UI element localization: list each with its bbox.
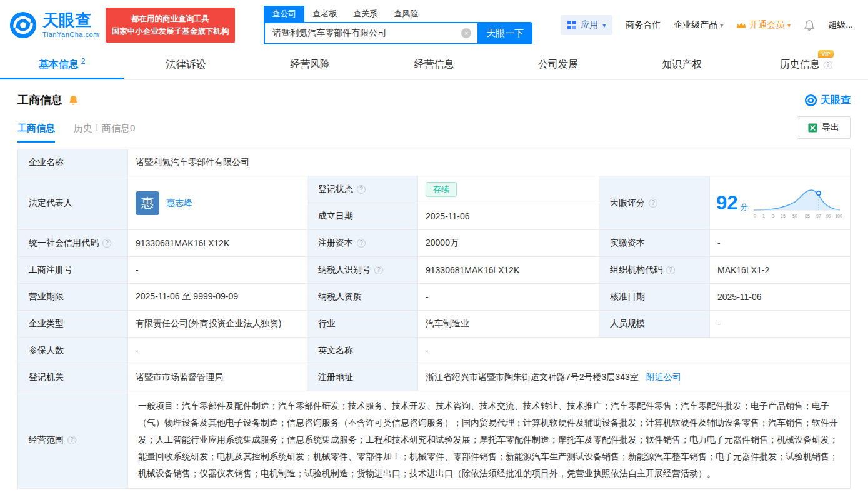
help-icon[interactable]: ? [666, 266, 675, 274]
help-icon[interactable]: ? [357, 239, 366, 248]
field-label-business-scope: 经营范围 ? [18, 391, 128, 489]
field-value-score: 92 分 0 1 3 15 50 85 97 99 100 [710, 176, 851, 230]
field-value-english-name: - [418, 338, 851, 364]
subtab-business-info[interactable]: 工商信息 [17, 123, 55, 143]
help-icon[interactable]: ? [102, 239, 111, 248]
field-label-insured-count: 参保人数 [18, 338, 128, 364]
section-title: 工商信息 [17, 93, 62, 108]
field-value-industry: 汽车制造业 [418, 311, 599, 338]
field-value-taxpayer-quality: - [418, 284, 599, 311]
svg-text:100: 100 [836, 214, 843, 218]
tab-operating-risk[interactable]: 经营风险 [248, 50, 372, 79]
tab-legal-proceedings[interactable]: 法律诉讼 [124, 50, 247, 79]
tab-count-badge: 2 [81, 57, 86, 66]
search-area: 查公司 查老板 查关系 查风险 × 天眼一下 [264, 6, 532, 44]
search-tabs: 查公司 查老板 查关系 查风险 [264, 6, 532, 22]
field-label-english-name: 英文名称 [307, 338, 418, 364]
menu-super-vip[interactable]: 超级... [828, 19, 853, 31]
svg-text:15: 15 [781, 214, 786, 218]
field-value-org-code: MAK16LX1-2 [710, 257, 851, 284]
chevron-down-icon: ▾ [720, 22, 723, 29]
watermark-text: 天眼查 [821, 94, 851, 107]
search-input[interactable] [264, 22, 477, 44]
field-value-reg-capital: 20000万 [418, 230, 599, 257]
field-value-business-term: 2025-11-06 至 9999-09-09 [128, 284, 307, 311]
field-value-est-date: 2025-11-06 [418, 203, 599, 230]
notifications-bell[interactable] [804, 19, 815, 31]
tab-label: 知识产权 [662, 58, 702, 71]
business-info-table: 企业名称 诸暨利氪汽车零部件有限公司 法定代表人 惠 惠志峰 登记状态 ? 存续… [17, 149, 851, 489]
field-label-business-term: 营业期限 [18, 284, 128, 311]
enterprise-label: 企业级产品 [674, 19, 717, 31]
menu-cooperation[interactable]: 商务合作 [626, 19, 661, 31]
excel-icon [808, 123, 817, 133]
field-value-reg-status: 存续 [418, 176, 599, 203]
tab-basic-info[interactable]: 基本信息 2 [0, 50, 124, 79]
field-value-approval-date: 2025-11-06 [710, 284, 851, 311]
field-label-reg-status: 登记状态 ? [307, 176, 418, 203]
field-label-reg-authority: 登记机关 [18, 364, 128, 391]
svg-text:99: 99 [827, 214, 832, 218]
tab-company-development[interactable]: 公司发展 [496, 50, 620, 79]
nearby-companies-link[interactable]: 附近公司 [646, 372, 681, 383]
field-value-credit-code: 91330681MAK16LX12K [128, 230, 307, 257]
tianyancha-logo[interactable]: 天眼查 TianYanCha.com [9, 11, 99, 39]
field-label-reg-capital: 注册资本 ? [307, 230, 418, 257]
search-tab-risk[interactable]: 查风险 [386, 6, 426, 22]
header-menu: 应用 ▾ 商务合作 企业级产品 ▾ 开通会员 ▾ 超级... [561, 15, 853, 35]
top-header: 天眼查 TianYanCha.com 都在用的商业查询工具 国家中小企业发展子基… [0, 0, 868, 50]
field-value-insured-count: - [128, 338, 307, 364]
search-tab-boss[interactable]: 查老板 [304, 6, 345, 22]
field-value-legal-rep: 惠 惠志峰 [128, 176, 307, 230]
menu-open-vip[interactable]: 开通会员 ▾ [736, 19, 791, 31]
svg-text:50: 50 [793, 214, 798, 218]
search-tab-company[interactable]: 查公司 [264, 6, 304, 22]
field-label-est-date: 成立日期 [307, 203, 418, 230]
subtab-row: 工商信息 历史工商信息0 导出 [0, 110, 868, 143]
help-icon[interactable]: ? [67, 436, 76, 444]
score-unit: 分 [740, 202, 747, 213]
help-icon[interactable]: ? [374, 266, 383, 274]
search-button[interactable]: 天眼一下 [477, 22, 532, 44]
watermark-logo: 天眼查 [804, 94, 851, 107]
help-icon[interactable]: ? [649, 199, 657, 208]
help-icon[interactable]: ? [357, 185, 366, 194]
field-label-paid-capital: 实缴资本 [599, 230, 710, 257]
search-tab-relation[interactable]: 查关系 [345, 6, 386, 22]
field-label-org-code: 组织机构代码 ? [599, 257, 710, 284]
field-label-credit-code: 统一社会信用代码 ? [18, 230, 128, 257]
field-value-reg-address: 浙江省绍兴市诸暨市陶朱街道文种路7号2号楼3层343室 附近公司 [418, 364, 851, 391]
legal-rep-name-link[interactable]: 惠志峰 [166, 198, 192, 209]
tab-history-info[interactable]: 历史信息 VIP ? [744, 50, 868, 79]
field-label-reg-number: 工商注册号 [18, 257, 128, 284]
field-value-staff-size: - [710, 311, 851, 338]
field-value-reg-authority: 诸暨市市场监督管理局 [128, 364, 307, 391]
legal-rep-avatar[interactable]: 惠 [136, 191, 159, 215]
tab-label: 经营风险 [290, 58, 330, 71]
svg-text:1: 1 [763, 214, 766, 218]
field-label-company-type: 企业类型 [18, 311, 128, 338]
field-label-legal-rep: 法定代表人 [18, 176, 128, 230]
subscribe-bell-icon[interactable] [68, 94, 79, 106]
section-header: 工商信息 天眼查 [0, 80, 868, 110]
field-value-reg-number: - [128, 257, 307, 284]
field-label-taxpayer-id: 纳税人识别号 ? [307, 257, 418, 284]
tab-intellectual-property[interactable]: 知识产权 [620, 50, 744, 79]
company-nav-tabs: 基本信息 2 法律诉讼 经营风险 经营信息 公司发展 知识产权 历史信息 VIP… [0, 50, 868, 80]
field-label-taxpayer-quality: 纳税人资质 [307, 284, 418, 311]
open-vip-label: 开通会员 [749, 19, 784, 31]
apps-menu[interactable]: 应用 ▾ [561, 15, 612, 35]
score-curve-chart: 0 1 3 15 50 85 97 99 100 [750, 185, 844, 221]
crown-icon [736, 21, 746, 29]
field-value-taxpayer-id: 91330681MAK16LX12K [418, 257, 599, 284]
subtab-history-business-info[interactable]: 历史工商信息0 [74, 123, 135, 143]
tab-operating-info[interactable]: 经营信息 [372, 50, 496, 79]
reg-address-text: 浙江省绍兴市诸暨市陶朱街道文种路7号2号楼3层343室 [426, 372, 639, 383]
export-button[interactable]: 导出 [797, 116, 851, 139]
help-icon[interactable]: ? [824, 61, 832, 69]
menu-enterprise[interactable]: 企业级产品 ▾ [674, 19, 723, 31]
status-badge: 存续 [426, 182, 457, 197]
svg-text:85: 85 [806, 214, 811, 218]
tab-label: 基本信息 [39, 58, 79, 71]
field-label-approval-date: 核准日期 [599, 284, 710, 311]
